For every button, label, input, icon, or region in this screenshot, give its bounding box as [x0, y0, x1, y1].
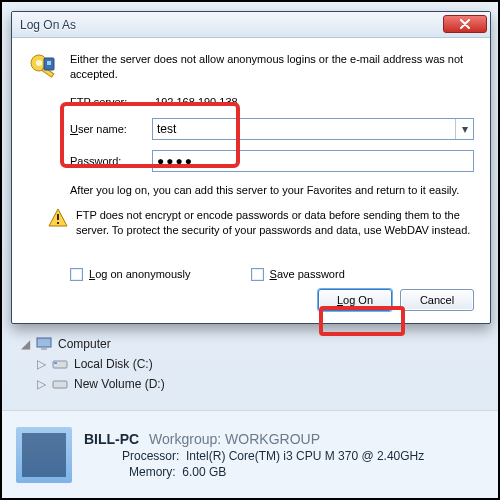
computer-thumb-icon [16, 427, 72, 483]
tree-label: Local Disk (C:) [74, 357, 153, 371]
drive-icon [52, 356, 68, 372]
computer-icon [36, 336, 52, 352]
details-pane: BILL-PC Workgroup: WORKGROUP Processor: … [2, 410, 498, 498]
warning-text: FTP does not encrypt or encode passwords… [76, 208, 474, 238]
logon-anonymously-checkbox[interactable]: Log on anonymously [70, 268, 191, 281]
checkbox-box [70, 268, 83, 281]
mem-label: Memory: [129, 465, 176, 479]
password-label: Password: [70, 155, 152, 167]
svg-rect-0 [37, 338, 51, 347]
collapse-icon[interactable]: ◢ [20, 337, 30, 351]
titlebar[interactable]: Log On As [12, 12, 490, 38]
tree-label: New Volume (D:) [74, 377, 165, 391]
dialog-title: Log On As [20, 18, 443, 32]
tree-item-new-volume[interactable]: ▷ New Volume (D:) [20, 374, 165, 394]
workgroup-label: Workgroup: [149, 431, 221, 447]
after-login-note: After you log on, you can add this serve… [70, 184, 474, 196]
expand-icon[interactable]: ▷ [36, 357, 46, 371]
log-on-button[interactable]: Log On [318, 289, 392, 311]
nav-tree: ◢ Computer ▷ Local Disk (C:) ▷ New Volum… [20, 334, 165, 394]
warning-icon [48, 208, 68, 228]
message-text: Either the server does not allow anonymo… [70, 52, 474, 84]
username-label: User name: [70, 123, 152, 135]
tree-label: Computer [58, 337, 111, 351]
close-button[interactable] [443, 15, 487, 33]
mem-value: 6.00 GB [182, 465, 226, 479]
checkbox-box [251, 268, 264, 281]
proc-value: Intel(R) Core(TM) i3 CPU M 370 @ 2.40GHz [186, 449, 424, 463]
svg-rect-12 [57, 222, 59, 224]
hostname: BILL-PC [84, 431, 139, 447]
expand-icon[interactable]: ▷ [36, 377, 46, 391]
svg-rect-4 [53, 381, 67, 388]
tree-item-local-disk[interactable]: ▷ Local Disk (C:) [20, 354, 165, 374]
logon-dialog: Log On As Either the server [11, 11, 491, 324]
tree-item-computer[interactable]: ◢ Computer [20, 334, 165, 354]
svg-rect-3 [54, 362, 57, 364]
username-value: test [157, 122, 176, 136]
save-password-checkbox[interactable]: Save password [251, 268, 345, 281]
svg-rect-1 [41, 348, 47, 350]
workgroup-value: WORKGROUP [225, 431, 320, 447]
close-icon [459, 19, 471, 29]
password-input[interactable]: ●●●● [152, 150, 474, 172]
ftp-server-label: FTP server: [70, 96, 152, 108]
svg-point-6 [36, 60, 42, 66]
key-lock-icon [28, 52, 60, 84]
password-value: ●●●● [157, 154, 194, 168]
username-combobox[interactable]: test ▾ [152, 118, 474, 140]
svg-rect-9 [47, 61, 51, 65]
proc-label: Processor: [122, 449, 179, 463]
explorer-window: ◢ Computer ▷ Local Disk (C:) ▷ New Volum… [0, 0, 500, 500]
drive-icon [52, 376, 68, 392]
svg-rect-11 [57, 214, 59, 220]
chevron-down-icon[interactable]: ▾ [455, 119, 473, 139]
cancel-button[interactable]: Cancel [400, 289, 474, 311]
ftp-server-value: 192.168.190.138 [155, 96, 238, 108]
